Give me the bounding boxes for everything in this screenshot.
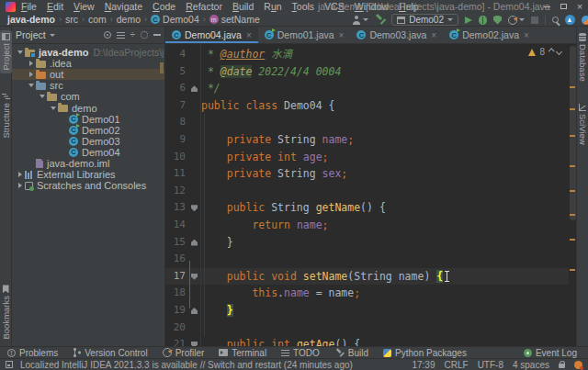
menu-build[interactable]: Build xyxy=(232,1,254,12)
code-line-14[interactable]: return name; xyxy=(201,217,569,234)
fold-up-icon[interactable] xyxy=(191,240,198,246)
inspection-widget[interactable]: 8 xyxy=(528,47,561,57)
profiler-button[interactable] xyxy=(508,16,525,25)
tool-button-bookmarks[interactable]: Bookmarks xyxy=(0,282,12,342)
code-line-20[interactable] xyxy=(201,320,569,337)
fold-up-icon[interactable] xyxy=(191,308,198,314)
scrollbar-thumb[interactable] xyxy=(570,46,576,220)
code-editor[interactable]: 456789101112131415161718192021 * @author… xyxy=(165,44,576,346)
menu-code[interactable]: Code xyxy=(153,1,175,12)
menu-view[interactable]: View xyxy=(74,1,95,12)
tree-chevron-icon[interactable] xyxy=(27,61,36,66)
build-project-button[interactable] xyxy=(375,15,385,25)
menu-tools[interactable]: Tools xyxy=(292,1,315,12)
close-button[interactable]: × xyxy=(571,0,588,13)
tree-chevron-icon[interactable] xyxy=(27,84,36,87)
menu-refactor[interactable]: Refactor xyxy=(186,1,222,12)
code-line-13[interactable]: public String getName() { xyxy=(201,199,569,217)
prev-issue-icon[interactable] xyxy=(548,48,555,54)
code-line-8[interactable] xyxy=(201,114,569,131)
menu-navigate[interactable]: Navigate xyxy=(105,1,142,12)
toolwindow-button-profiler[interactable]: Profiler xyxy=(163,348,205,358)
toolwindow-button-python-packages[interactable]: Python Packages xyxy=(383,348,467,358)
breadcrumb-item-src[interactable]: src xyxy=(65,14,78,25)
code-line-4[interactable]: * @author 水滴 xyxy=(201,46,569,63)
breadcrumb-item-java-demo[interactable]: java-demo xyxy=(7,14,55,25)
toolwindow-button-build[interactable]: Build xyxy=(334,348,368,358)
code-line-9[interactable]: private String name; xyxy=(201,131,569,149)
maximize-button[interactable] xyxy=(555,0,571,13)
toolwindow-switcher-icon[interactable] xyxy=(6,361,13,368)
fold-down-icon[interactable] xyxy=(191,342,198,346)
toolwindow-button-event-log[interactable]: Event Log xyxy=(524,348,577,358)
lock-icon[interactable] xyxy=(559,364,565,368)
tree-item-demo01[interactable]: CDemo01 xyxy=(12,114,164,125)
tree-item--idea[interactable]: .idea xyxy=(12,58,164,69)
menu-file[interactable]: File xyxy=(21,1,37,12)
tab-close-icon[interactable]: × xyxy=(339,30,345,40)
tool-button-structure[interactable]: Structure xyxy=(0,90,12,141)
code-line-19[interactable]: } xyxy=(201,302,569,320)
coverage-button[interactable] xyxy=(493,16,502,25)
tree-item-java-demo-iml[interactable]: java-demo.iml xyxy=(12,158,164,169)
fold-down-icon[interactable] xyxy=(191,205,198,211)
menu-run[interactable]: Run xyxy=(264,1,281,12)
tree-chevron-icon[interactable] xyxy=(38,95,47,98)
toolwindow-button-terminal[interactable]: Terminal xyxy=(219,348,266,358)
tree-chevron-icon[interactable] xyxy=(16,183,25,188)
tree-item-demo[interactable]: demo xyxy=(12,102,164,113)
tab-close-icon[interactable]: × xyxy=(524,30,529,40)
ide-update-button[interactable] xyxy=(565,15,575,25)
status-message[interactable]: Localized IntelliJ IDEA 2021.3.3 is avai… xyxy=(20,360,353,370)
hide-panel-icon[interactable] xyxy=(153,34,161,36)
tool-button-database[interactable]: Database xyxy=(577,30,588,84)
tree-chevron-icon[interactable] xyxy=(16,172,25,177)
tree-item-java-demo[interactable]: java-demoD:\IdeaProjects\java-demo xyxy=(12,47,164,58)
run-configuration-select[interactable]: Demo02 xyxy=(391,14,458,26)
tool-button-project[interactable]: Project xyxy=(0,30,12,73)
tab-close-icon[interactable]: × xyxy=(246,30,252,40)
profile-menu-button[interactable] xyxy=(352,16,368,25)
run-button[interactable] xyxy=(465,17,472,24)
gear-icon[interactable] xyxy=(141,31,148,39)
toolwindow-button-todo[interactable]: TODO xyxy=(281,348,320,358)
tab-demo04-java[interactable]: CDemo04.java× xyxy=(165,27,258,43)
tree-item-demo03[interactable]: CDemo03 xyxy=(12,136,164,147)
menu-edit[interactable]: Edit xyxy=(47,1,63,12)
tree-item-demo02[interactable]: CDemo02 xyxy=(12,125,164,136)
search-everywhere-button[interactable] xyxy=(552,17,559,23)
toolwindow-button-version-control[interactable]: Version Control xyxy=(73,348,147,358)
code-line-15[interactable]: } xyxy=(201,234,569,252)
plugin-notification-icon[interactable] xyxy=(582,16,588,25)
fold-down-icon[interactable] xyxy=(191,274,198,280)
breadcrumb-item-demo04[interactable]: CDemo04 xyxy=(151,14,199,25)
editor-scrollbar[interactable] xyxy=(569,44,576,346)
breadcrumb-item-demo[interactable]: demo xyxy=(117,14,141,25)
project-view-select[interactable]: Project xyxy=(16,29,55,40)
toolwindow-button-problems[interactable]: !Problems xyxy=(7,348,58,358)
code-line-11[interactable]: private String sex; xyxy=(201,165,569,183)
breadcrumb-item-com[interactable]: com xyxy=(88,14,107,25)
encoding-widget[interactable]: UTF-8 xyxy=(478,360,503,370)
code-line-21[interactable]: public int getAge() { xyxy=(201,336,569,346)
fold-up-icon[interactable] xyxy=(191,85,198,92)
notifications-icon[interactable] xyxy=(574,361,582,369)
tab-demo01-java[interactable]: CDemo01.java× xyxy=(258,27,351,43)
tree-item-external-libraries[interactable]: External Libraries xyxy=(12,169,164,180)
tool-button-sciview[interactable]: SciView xyxy=(577,101,588,148)
clock-widget[interactable]: 17:39 xyxy=(412,360,435,370)
tree-chevron-icon[interactable] xyxy=(49,107,58,110)
select-opened-file-icon[interactable] xyxy=(104,31,111,39)
tree-chevron-icon[interactable] xyxy=(27,72,36,77)
code-line-18[interactable]: this.name = name; xyxy=(201,285,569,302)
code-line-17[interactable]: public void setName(String name) { xyxy=(201,268,569,286)
minimize-button[interactable] xyxy=(538,0,555,13)
tree-chevron-icon[interactable] xyxy=(16,50,25,54)
indent-widget[interactable]: 4 spaces xyxy=(513,360,549,370)
code-line-12[interactable] xyxy=(201,183,569,200)
code-line-5[interactable]: * @date 2022/4/4 0004 xyxy=(201,63,569,81)
code-line-7[interactable]: public class Demo04 { xyxy=(201,97,569,115)
debug-button[interactable] xyxy=(479,16,487,25)
tree-item-out[interactable]: out xyxy=(12,69,164,80)
tab-demo03-java[interactable]: CDemo03.java× xyxy=(350,27,443,43)
